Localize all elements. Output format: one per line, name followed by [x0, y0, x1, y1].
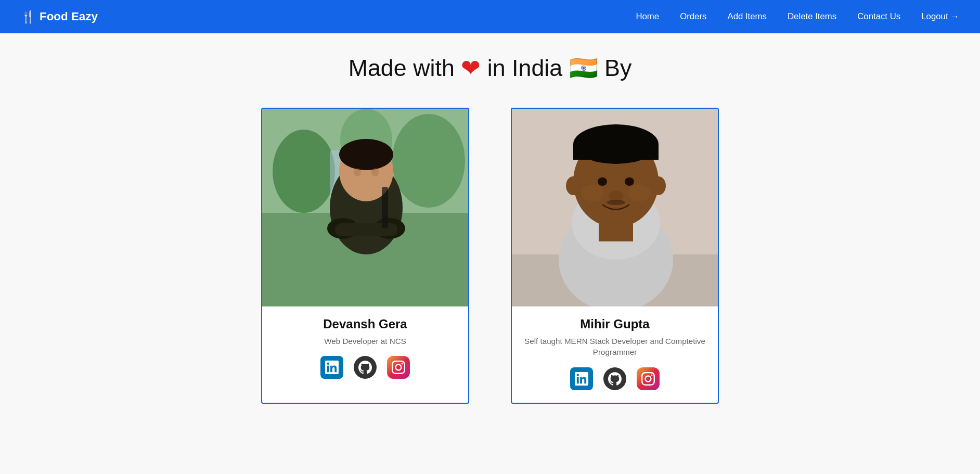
person-2-name: Mihir Gupta: [522, 317, 707, 331]
svg-point-29: [566, 176, 581, 195]
brand-logo[interactable]: 🍴 Food Eazy: [21, 10, 98, 24]
profile-card-2: Mihir Gupta Self taught MERN Stack Devel…: [511, 108, 719, 404]
cards-container: Devansh Gera Web Developer at NCS: [152, 108, 828, 404]
title-middle: in India: [487, 55, 569, 81]
person-1-name: Devansh Gera: [273, 317, 458, 331]
person-1-github[interactable]: [354, 356, 377, 379]
svg-rect-22: [573, 144, 659, 160]
svg-point-23: [598, 177, 607, 186]
brand-name: Food Eazy: [40, 10, 98, 23]
svg-point-27: [628, 185, 651, 201]
title-suffix: By: [604, 55, 631, 81]
person-2-instagram[interactable]: [637, 367, 660, 390]
svg-point-28: [607, 200, 625, 205]
person-1-linkedin[interactable]: [320, 356, 343, 379]
svg-point-4: [392, 114, 465, 208]
nav-contact-us[interactable]: Contact Us: [857, 11, 900, 21]
profile-card-1: Devansh Gera Web Developer at NCS: [261, 108, 469, 404]
photo-2: [512, 109, 718, 306]
nav-links: Home Orders Add Items Delete Items Conta…: [636, 11, 959, 22]
person-2-github[interactable]: [603, 367, 626, 390]
nav-logout[interactable]: Logout →: [921, 11, 959, 21]
card-1-info: Devansh Gera Web Developer at NCS: [262, 306, 468, 391]
page-title: Made with ❤ in India 🇮🇳 By: [349, 54, 632, 82]
svg-rect-31: [599, 218, 633, 241]
svg-rect-15: [382, 187, 388, 228]
title-prefix: Made with: [349, 55, 461, 81]
svg-point-9: [339, 139, 393, 170]
main-content: Made with ❤ in India 🇮🇳 By: [0, 33, 980, 425]
svg-point-10: [354, 168, 361, 176]
svg-point-11: [371, 168, 379, 176]
svg-point-24: [625, 177, 634, 186]
fork-icon: 🍴: [21, 10, 35, 24]
person-1-socials: [273, 356, 458, 379]
nav-delete-items[interactable]: Delete Items: [788, 11, 836, 21]
photo-1: [262, 109, 468, 306]
person-1-instagram[interactable]: [387, 356, 410, 379]
svg-point-3: [273, 130, 335, 213]
person-1-role: Web Developer at NCS: [273, 336, 458, 347]
person-2-linkedin[interactable]: [570, 367, 593, 390]
person-2-role: Self taught MERN Stack Developer and Com…: [522, 336, 707, 358]
navbar: 🍴 Food Eazy Home Orders Add Items Delete…: [0, 0, 980, 33]
card-2-info: Mihir Gupta Self taught MERN Stack Devel…: [512, 306, 718, 403]
nav-orders[interactable]: Orders: [680, 11, 706, 21]
svg-point-26: [581, 185, 604, 201]
person-2-socials: [522, 367, 707, 390]
india-flag: 🇮🇳: [569, 55, 598, 81]
heart-symbol: ❤: [461, 55, 481, 81]
nav-add-items[interactable]: Add Items: [727, 11, 767, 21]
svg-point-30: [651, 176, 666, 195]
nav-home[interactable]: Home: [636, 11, 659, 21]
